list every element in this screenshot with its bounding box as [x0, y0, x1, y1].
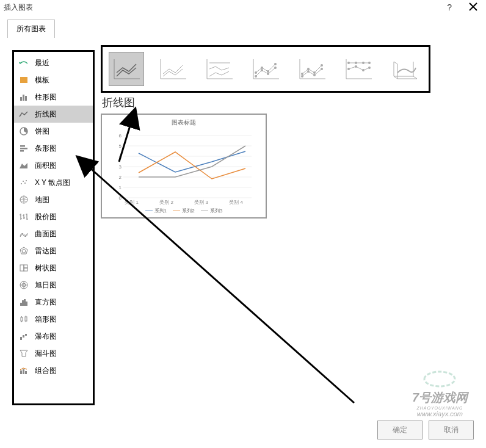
legend-label: 系列1 — [154, 208, 167, 214]
svg-text:6: 6 — [119, 133, 122, 139]
svg-point-50 — [347, 68, 350, 70]
sidebar-label: 最近 — [35, 58, 49, 68]
waterfall-icon — [18, 331, 30, 341]
sidebar-item-scatter[interactable]: X Y 散点图 — [14, 174, 93, 191]
sidebar-item-radar[interactable]: 雷达图 — [14, 242, 93, 259]
sidebar-item-pie[interactable]: 饼图 — [14, 123, 93, 140]
sidebar-item-histogram[interactable]: 直方图 — [14, 294, 93, 311]
bar-icon — [18, 143, 30, 153]
ok-button[interactable]: 确定 — [377, 421, 423, 439]
line-markers-icon — [250, 56, 281, 82]
combo-icon — [18, 366, 30, 375]
tab-all-charts[interactable]: 所有图表 — [7, 20, 55, 38]
svg-text:5: 5 — [119, 143, 122, 149]
line-3d-icon — [389, 56, 421, 82]
help-button[interactable]: ? — [447, 2, 452, 12]
column-icon — [18, 92, 30, 102]
close-icon — [469, 2, 477, 11]
recent-icon — [18, 58, 30, 68]
sidebar-label: 漏斗图 — [35, 349, 57, 359]
svg-point-42 — [301, 75, 303, 78]
sidebar-label: 面积图 — [35, 161, 57, 171]
dialog-title: 插入图表 — [4, 2, 33, 13]
sidebar-label: 条形图 — [35, 143, 57, 154]
sidebar-label: 折线图 — [35, 109, 57, 120]
watermark: 7号游戏网 ZHAOYOUXIWANG www.xiayx.com — [412, 370, 468, 417]
sidebar-label: 股价图 — [35, 212, 57, 222]
line-subtype-basic[interactable] — [109, 52, 144, 86]
chart-subtype-selector — [101, 45, 430, 93]
svg-point-39 — [307, 68, 310, 70]
sidebar-item-surface[interactable]: 曲面图 — [14, 225, 93, 242]
svg-rect-25 — [23, 335, 24, 338]
svg-rect-29 — [25, 371, 27, 374]
sidebar-label: 雷达图 — [35, 246, 57, 256]
sidebar-item-stock[interactable]: 股价图 — [14, 208, 93, 225]
svg-rect-2 — [23, 95, 24, 101]
sidebar-item-templates[interactable]: 模板 — [14, 71, 93, 89]
sidebar-label: 饼图 — [35, 126, 49, 137]
sidebar-item-box[interactable]: 箱形图 — [14, 311, 93, 328]
sidebar-label: 模板 — [35, 75, 49, 85]
close-button[interactable] — [464, 0, 482, 15]
line-100stacked-icon — [203, 56, 235, 82]
svg-rect-21 — [26, 302, 27, 306]
svg-point-8 — [21, 183, 22, 184]
line-subtype-3d[interactable] — [387, 52, 423, 86]
pie-icon — [18, 126, 30, 136]
cancel-button[interactable]: 取消 — [429, 421, 474, 439]
sidebar-item-combo[interactable]: 组合图 — [14, 362, 93, 379]
svg-point-44 — [313, 74, 316, 76]
svg-rect-1 — [20, 97, 22, 101]
svg-point-46 — [347, 62, 350, 64]
line-subtype-100stacked[interactable] — [201, 52, 237, 86]
svg-point-10 — [24, 182, 26, 184]
svg-point-40 — [313, 71, 316, 74]
svg-text:3: 3 — [119, 164, 122, 170]
svg-point-51 — [355, 65, 357, 68]
svg-point-41 — [321, 64, 323, 67]
line-stacked-markers-icon — [296, 56, 328, 82]
line-subtype-stacked[interactable] — [155, 52, 190, 86]
sidebar-item-waterfall[interactable]: 瀑布图 — [14, 328, 93, 345]
svg-rect-19 — [22, 300, 24, 306]
preview-chart-title: 图表标题 — [102, 115, 266, 129]
sidebar-item-sunburst[interactable]: 旭日图 — [14, 276, 93, 294]
sidebar-label: X Y 散点图 — [35, 178, 70, 188]
sidebar-item-treemap[interactable]: 树状图 — [14, 259, 93, 276]
sidebar-item-column[interactable]: 柱形图 — [14, 89, 93, 106]
line-subtype-100stacked-markers[interactable] — [341, 52, 376, 86]
line-subtype-markers[interactable] — [248, 52, 283, 86]
sidebar-label: 树状图 — [35, 263, 57, 273]
treemap-icon — [18, 263, 30, 273]
svg-point-47 — [355, 62, 357, 64]
sidebar-item-line[interactable]: 折线图 — [14, 106, 93, 123]
chart-type-title: 折线图 — [102, 95, 474, 110]
svg-rect-20 — [24, 299, 26, 306]
svg-point-9 — [23, 181, 24, 182]
template-icon — [18, 75, 30, 85]
sidebar-label: 瀑布图 — [35, 331, 57, 342]
sidebar-item-funnel[interactable]: 漏斗图 — [14, 345, 93, 362]
svg-rect-27 — [20, 370, 22, 374]
sidebar-label: 曲面图 — [35, 229, 57, 239]
sidebar-item-bar[interactable]: 条形图 — [14, 140, 93, 157]
svg-point-53 — [368, 67, 371, 69]
legend-label: 系列3 — [210, 208, 222, 214]
svg-point-48 — [362, 62, 364, 64]
svg-text:0: 0 — [119, 195, 122, 201]
sidebar-label: 柱形图 — [35, 92, 57, 103]
sidebar-item-map[interactable]: 地图 — [14, 191, 93, 208]
line-100stacked-markers-icon — [343, 56, 374, 82]
sidebar-item-recent[interactable]: 最近 — [14, 54, 93, 71]
radar-icon — [18, 246, 30, 256]
stock-icon — [18, 212, 30, 222]
sidebar-item-area[interactable]: 面积图 — [14, 157, 93, 174]
svg-point-43 — [307, 70, 310, 73]
svg-text:1: 1 — [119, 185, 122, 190]
svg-rect-22 — [21, 317, 23, 321]
surface-icon — [18, 229, 30, 239]
chart-preview[interactable]: 图表标题 0123456 类别 1 — [101, 114, 267, 219]
svg-rect-14 — [24, 265, 27, 268]
line-subtype-stacked-markers[interactable] — [294, 52, 330, 86]
